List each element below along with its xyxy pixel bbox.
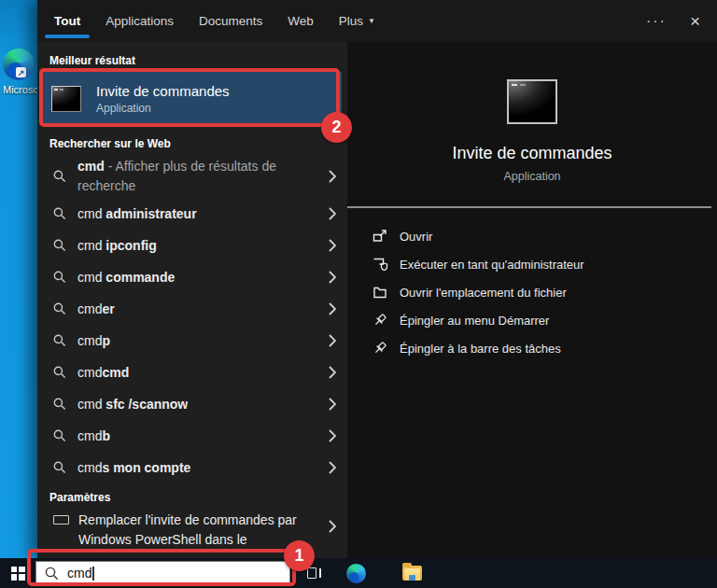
chevron-right-icon[interactable]	[329, 520, 336, 533]
edge-logo-icon	[346, 564, 366, 583]
section-web-search: Rechercher sur le Web	[49, 137, 347, 150]
search-icon	[53, 170, 66, 183]
search-icon	[53, 302, 66, 315]
cmd-terminal-icon-large	[507, 79, 557, 124]
suggestion-row[interactable]: cmd administrateur	[37, 198, 347, 230]
action-open[interactable]: Ouvrir	[372, 222, 584, 250]
pin-icon	[372, 313, 388, 328]
search-icon	[53, 429, 66, 442]
best-result-subtitle: Application	[96, 102, 230, 115]
annotation-badge-2: 2	[321, 112, 352, 143]
chevron-right-icon[interactable]	[329, 334, 336, 347]
search-flyout-panel: Tout Applications Documents Web Plus▼ ··…	[37, 0, 717, 558]
search-icon	[45, 567, 59, 581]
tab-web[interactable]: Web	[288, 0, 314, 42]
shortcut-arrow-icon: ↗	[16, 67, 26, 77]
suggestion-row[interactable]: cmdcmd	[37, 357, 347, 388]
best-result-title: Invite de commandes	[96, 83, 230, 99]
action-label: Exécuter en tant qu'administrateur	[400, 258, 584, 272]
chevron-right-icon[interactable]	[329, 461, 336, 474]
action-run-as-admin[interactable]: Exécuter en tant qu'administrateur	[372, 250, 584, 278]
search-results-body: Meilleur résultat Invite de commandes Ap…	[37, 42, 717, 558]
pin-icon	[372, 341, 388, 356]
tab-tout[interactable]: Tout	[54, 0, 80, 42]
more-options-icon[interactable]: ···	[646, 13, 667, 30]
taskbar-file-explorer-button[interactable]	[402, 566, 422, 581]
search-icon	[53, 239, 66, 252]
suggestion-row[interactable]: cmd ipconfig	[37, 230, 347, 261]
search-icon	[53, 366, 66, 379]
open-window-icon	[372, 229, 388, 244]
suggestion-row[interactable]: cmdp	[37, 325, 347, 357]
chevron-right-icon[interactable]	[329, 366, 336, 379]
chevron-right-icon[interactable]	[329, 398, 336, 411]
cmd-terminal-icon	[51, 86, 81, 112]
taskbar: cmd	[0, 558, 717, 588]
chevron-right-icon[interactable]	[329, 271, 336, 284]
close-icon[interactable]: ×	[690, 12, 700, 30]
suggestion-row[interactable]: cmdb	[37, 420, 347, 452]
desktop-shortcut-label: Microsoft	[3, 84, 37, 95]
desktop-shortcut-edge[interactable]: ↗ Microsoft	[3, 49, 37, 95]
annotation-badge-1: 1	[284, 540, 315, 571]
task-view-icon[interactable]	[306, 567, 321, 580]
tab-documents[interactable]: Documents	[199, 0, 262, 42]
results-column: Meilleur résultat Invite de commandes Ap…	[37, 42, 347, 558]
search-icon	[53, 207, 66, 220]
search-icon	[53, 461, 66, 474]
section-best-result: Meilleur résultat	[49, 54, 347, 67]
action-label: Ouvrir l'emplacement du fichier	[400, 286, 567, 300]
preview-subtitle: Application	[503, 170, 560, 183]
suggestion-row[interactable]: cmder	[37, 293, 347, 325]
tab-plus[interactable]: Plus▼	[339, 0, 375, 42]
chevron-right-icon[interactable]	[329, 302, 336, 315]
best-result-item[interactable]: Invite de commandes Application	[42, 72, 342, 126]
chevron-right-icon[interactable]	[329, 170, 336, 183]
section-parametres: Paramètres	[49, 491, 347, 504]
preview-title: Invite de commandes	[452, 144, 612, 163]
search-icon	[53, 398, 66, 411]
preview-divider	[347, 206, 711, 208]
suggestion-row[interactable]: cmd commande	[37, 261, 347, 293]
chevron-right-icon[interactable]	[329, 429, 336, 442]
suggestion-row[interactable]: cmd sfc /scannow	[37, 388, 347, 420]
desktop-wallpaper: ↗ Microsoft	[0, 0, 37, 588]
taskbar-edge-button[interactable]	[346, 564, 366, 583]
windows-logo-icon	[11, 567, 25, 581]
suggestion-row[interactable]: cmds mon compte	[37, 452, 347, 483]
suggestion-row-more-results[interactable]: cmd - Afficher plus de résultats de rech…	[37, 154, 347, 198]
tab-applications[interactable]: Applications	[105, 0, 174, 42]
action-label: Épingler au menu Démarrer	[400, 314, 549, 328]
header-actions: ··· ×	[646, 12, 700, 30]
preview-pane: Invite de commandes Application Ouvrir E…	[347, 42, 717, 558]
chevron-right-icon[interactable]	[329, 239, 336, 252]
text-caret	[92, 567, 94, 581]
start-button[interactable]	[0, 558, 35, 588]
action-label: Ouvrir	[400, 230, 432, 244]
action-open-file-location[interactable]: Ouvrir l'emplacement du fichier	[372, 278, 584, 306]
search-icon	[53, 271, 66, 284]
search-filter-tabs: Tout Applications Documents Web Plus▼	[54, 0, 375, 42]
action-pin-to-taskbar[interactable]: Épingler à la barre des tâches	[372, 334, 584, 362]
chevron-down-icon: ▼	[368, 17, 375, 25]
context-actions: Ouvrir Exécuter en tant qu'administrateu…	[347, 222, 584, 362]
chevron-right-icon[interactable]	[329, 207, 336, 220]
search-query-text: cmd	[67, 566, 91, 581]
action-pin-to-start[interactable]: Épingler au menu Démarrer	[372, 306, 584, 334]
search-header: Tout Applications Documents Web Plus▼ ··…	[37, 0, 717, 42]
window-setting-icon	[53, 515, 69, 525]
action-label: Épingler à la barre des tâches	[400, 342, 561, 356]
windows-search-screen: ↗ Microsoft Tout Applications Documents …	[0, 0, 717, 588]
search-icon	[53, 334, 66, 347]
taskbar-search-input[interactable]: cmd	[35, 561, 290, 585]
file-location-icon	[372, 285, 388, 300]
run-as-admin-shield-icon	[372, 257, 388, 272]
